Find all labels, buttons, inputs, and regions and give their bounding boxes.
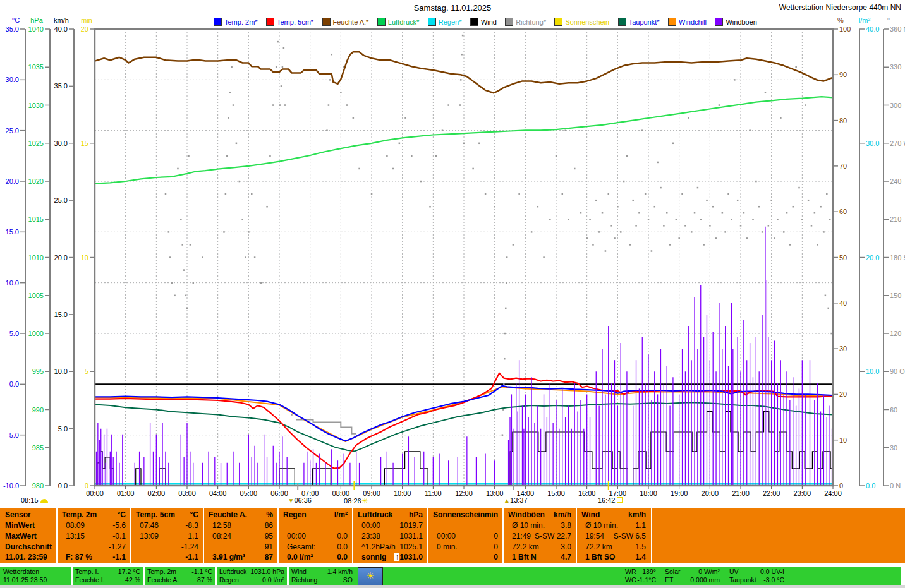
day-marker-1337: ▲13:37: [494, 496, 538, 504]
table-cell: 3.8: [503, 521, 571, 531]
svg-text:30.0: 30.0: [866, 140, 879, 147]
svg-text:1020: 1020: [28, 177, 44, 185]
table-cell: Sensor: [5, 510, 31, 520]
statusbar-right-section-3: UV0.0 UV-ITaupunkt-3.0 °C: [727, 567, 787, 585]
svg-text:210: 210: [890, 215, 901, 223]
svg-text:5: 5: [85, 368, 88, 375]
svg-text:20.0: 20.0: [866, 254, 879, 261]
weather-chart-svg: °C35.030.025.020.015.010.05.00.0-5.0-10.…: [0, 0, 905, 508]
svg-text:km/h: km/h: [54, 16, 69, 24]
svg-text:90 O: 90 O: [890, 368, 905, 375]
table-cell: 0: [428, 543, 498, 552]
statusbar-field: ET0.000 mm: [665, 576, 720, 584]
svg-text:5.0: 5.0: [9, 330, 19, 337]
statusbar-field: Feuchte A.87 %: [147, 576, 212, 584]
svg-text:0.0: 0.0: [866, 482, 875, 489]
svg-text:50: 50: [839, 254, 847, 261]
sunset-icon: [617, 497, 623, 503]
table-cell: -0.1: [57, 532, 126, 541]
svg-text:l/m²: l/m²: [859, 16, 871, 24]
axis-deg: °360 N330300270 W240210180 S15012090 O60…: [884, 16, 905, 489]
day-marker-1642: 16:42: [588, 496, 633, 504]
table-cell: S-SW 6.5: [576, 532, 646, 541]
statusbar-field: Wind1.4 km/h: [291, 568, 353, 575]
svg-text:25.0: 25.0: [54, 196, 68, 204]
table-cell: MaxWert: [5, 532, 37, 541]
table-cell: 4.7: [503, 553, 571, 562]
svg-text:1000: 1000: [28, 330, 44, 337]
day-marker-0815: 08:15: [21, 496, 65, 504]
table-cell: -1.24: [131, 543, 198, 552]
svg-text:10.0: 10.0: [866, 368, 879, 375]
svg-text:70: 70: [839, 162, 847, 170]
axis-lm2: l/m²40.030.020.010.00.0: [859, 16, 880, 489]
table-cell: 0.0: [278, 553, 348, 562]
svg-text:°C: °C: [12, 16, 20, 24]
table-cell: 86: [203, 521, 273, 531]
table-cell: 11.01. 23:59: [5, 553, 47, 562]
table-cell: -1.1: [131, 553, 198, 562]
svg-text:1005: 1005: [28, 292, 44, 299]
table-cell: MinWert: [5, 521, 35, 531]
statusbar-field: Wetterdaten: [3, 568, 68, 575]
svg-text:-5.0: -5.0: [7, 431, 19, 439]
table-cell: 0: [428, 553, 498, 562]
svg-text:1010: 1010: [28, 254, 44, 261]
svg-text:1015: 1015: [28, 215, 44, 223]
table-cell: 95: [203, 532, 273, 541]
table-cell: 0.0: [278, 543, 348, 552]
svg-text:1025: 1025: [28, 140, 44, 147]
svg-text:15.0: 15.0: [54, 311, 68, 318]
svg-text:5.0: 5.0: [58, 425, 68, 433]
axis-pct: %1009080706050403020100: [833, 16, 851, 489]
svg-text:330: 330: [890, 63, 901, 71]
sun-moon-marker-row: 08:15▼06:3608:26☀▲13:3716:42: [0, 496, 905, 507]
statusbar-section-2: Temp. I.17.2 °CFeuchte I.42 %: [73, 567, 143, 585]
half-sun-icon: [40, 499, 48, 503]
statusbar-field: Temp. 2m-1.1 °C: [147, 568, 212, 575]
svg-text:300: 300: [890, 102, 901, 109]
table-cell: S-SW 22.7: [503, 532, 571, 541]
svg-text:20.0: 20.0: [54, 254, 68, 261]
svg-text:60: 60: [839, 208, 847, 215]
sunrise-icon: ☀: [361, 496, 368, 505]
statusbar-separator: [287, 567, 289, 585]
svg-text:25.0: 25.0: [6, 127, 19, 135]
table-cell: 1.1: [576, 521, 646, 531]
statusbar-section-3: Temp. 2m-1.1 °CFeuchte A.87 %: [145, 567, 216, 585]
svg-text:90: 90: [839, 71, 847, 78]
svg-text:100: 100: [839, 25, 851, 33]
svg-text:°: °: [887, 16, 890, 24]
table-cell: -8.3: [131, 521, 198, 531]
table-cell: °C: [131, 510, 198, 520]
table-cell: -5.6: [57, 521, 126, 531]
statusbar-separator: [71, 567, 73, 585]
svg-text:10.0: 10.0: [54, 368, 68, 375]
axis-hPa: hPa1040103510301025102010151010100510009…: [28, 16, 50, 489]
svg-text:30: 30: [890, 444, 897, 452]
statusbar-section-4: Luftdruck1031.0 hPaRegen0.0 l/m²: [217, 567, 288, 585]
table-cell: hPa: [353, 510, 423, 520]
table-column-separator: [651, 508, 652, 563]
statusbar-section-1: Wetterdaten11.01.25 23:59: [1, 567, 71, 585]
svg-text:80: 80: [839, 117, 847, 124]
table-cell: l/m²: [278, 510, 348, 520]
window-bottom-strip: [0, 585, 905, 588]
table-cell: 1.4: [576, 553, 646, 562]
svg-text:min: min: [81, 16, 92, 24]
svg-text:1040: 1040: [28, 25, 44, 33]
statusbar-field: UV0.0 UV-I: [729, 568, 784, 575]
table-cell: 91: [203, 543, 273, 552]
statusbar-section-5: Wind1.4 km/hRichtungSO: [289, 567, 356, 585]
statusbar-field: Taupunkt-3.0 °C: [729, 576, 784, 584]
table-cell: Durchschnitt: [5, 543, 52, 552]
svg-text:30: 30: [839, 345, 847, 352]
table-cell: 87: [203, 553, 273, 562]
statusbar-field: Luftdruck1031.0 hPa: [219, 568, 284, 575]
weather-condition-sun-icon: ☀: [358, 567, 383, 585]
svg-text:60: 60: [890, 406, 897, 414]
svg-text:35.0: 35.0: [6, 25, 19, 33]
table-cell: min: [428, 510, 498, 520]
table-cell: -1.1: [57, 553, 126, 562]
table-cell: °C: [57, 510, 126, 520]
